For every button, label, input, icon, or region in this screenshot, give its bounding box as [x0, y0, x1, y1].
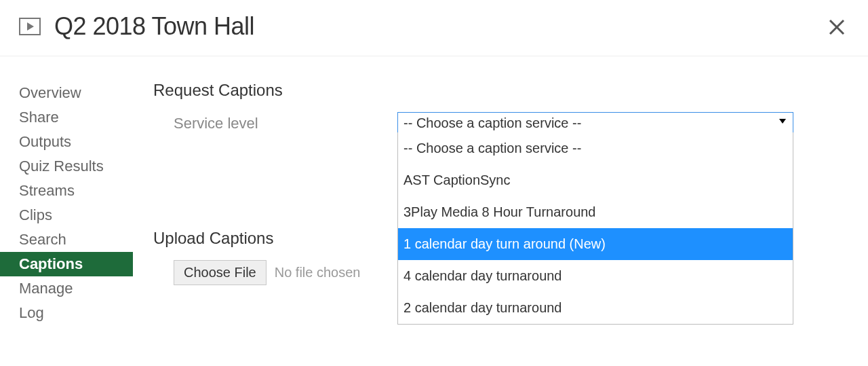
sidebar-item-manage[interactable]: Manage — [0, 276, 133, 301]
sidebar: OverviewShareOutputsQuiz ResultsStreamsC… — [0, 81, 133, 325]
dropdown-option[interactable]: 2 calendar day turnaround — [398, 292, 793, 324]
page-title: Q2 2018 Town Hall — [54, 12, 254, 41]
dropdown-option[interactable]: 4 calendar day turnaround — [398, 260, 793, 292]
header-bar: Q2 2018 Town Hall — [0, 0, 868, 56]
request-captions-title: Request Captions — [153, 81, 868, 100]
sidebar-item-clips[interactable]: Clips — [0, 203, 133, 227]
sidebar-item-streams[interactable]: Streams — [0, 179, 133, 203]
video-icon — [19, 18, 42, 35]
sidebar-item-log[interactable]: Log — [0, 301, 133, 325]
sidebar-item-share[interactable]: Share — [0, 105, 133, 130]
service-level-dropdown: -- Choose a caption service --AST Captio… — [397, 132, 793, 325]
dropdown-option[interactable]: AST CaptionSync — [398, 164, 793, 196]
sidebar-item-captions[interactable]: Captions — [0, 252, 133, 276]
service-level-selected-value: -- Choose a caption service -- — [403, 115, 581, 131]
dropdown-option[interactable]: 1 calendar day turn around (New) — [398, 228, 793, 260]
sidebar-item-overview[interactable]: Overview — [0, 81, 133, 105]
sidebar-item-search[interactable]: Search — [0, 227, 133, 252]
service-level-select[interactable]: -- Choose a caption service -- — [397, 112, 793, 134]
close-icon — [827, 18, 846, 37]
service-level-label: Service level — [153, 112, 397, 132]
close-button[interactable] — [827, 18, 846, 39]
service-level-row: Service level -- Choose a caption servic… — [153, 112, 868, 134]
sidebar-item-outputs[interactable]: Outputs — [0, 130, 133, 154]
dropdown-option[interactable]: 3Play Media 8 Hour Turnaround — [398, 196, 793, 228]
no-file-chosen-text: No file chosen — [275, 265, 361, 280]
main-panel: Request Captions Service level -- Choose… — [133, 81, 868, 325]
chevron-down-icon — [779, 119, 786, 124]
sidebar-item-quiz-results[interactable]: Quiz Results — [0, 154, 133, 179]
body: OverviewShareOutputsQuiz ResultsStreamsC… — [0, 56, 868, 325]
dropdown-option[interactable]: -- Choose a caption service -- — [398, 132, 793, 164]
service-level-select-area: -- Choose a caption service -- -- Choose… — [397, 112, 793, 134]
choose-file-button[interactable]: Choose File — [174, 260, 267, 285]
svg-marker-1 — [27, 22, 34, 31]
